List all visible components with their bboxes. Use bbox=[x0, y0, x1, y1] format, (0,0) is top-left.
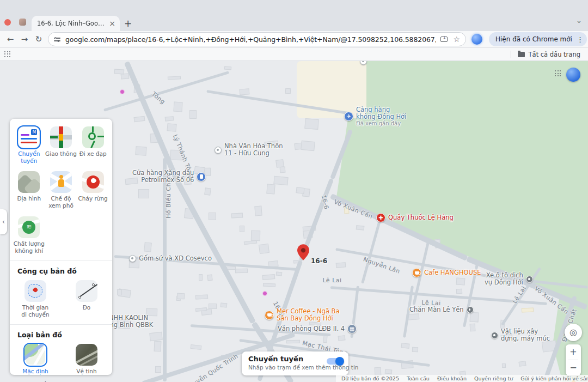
poi-quay-thuoc[interactable]: ✚ Quầy Thuốc Lệ Hằng bbox=[376, 213, 454, 222]
building bbox=[502, 363, 506, 368]
building bbox=[189, 110, 197, 119]
map-poi-label: Cảng hàngkhông Đồng Hới Đã xem gần đây bbox=[356, 106, 406, 127]
building bbox=[259, 244, 270, 254]
all-bookmarks-label[interactable]: Tất cả dấu trang bbox=[529, 51, 580, 58]
install-app-icon[interactable] bbox=[440, 37, 448, 42]
map-layers-panel: M Chuyển tuyến Giao thông Đi xe đạp Địa … bbox=[10, 119, 112, 375]
building bbox=[456, 289, 462, 294]
toggle-knob bbox=[335, 357, 344, 366]
place-marker-pin[interactable] bbox=[297, 244, 309, 263]
attribution-link[interactable]: Toàn cầu bbox=[407, 375, 430, 381]
transit-toggle-card: Chuyển tuyến Nhấp vào trạm để xem thêm t… bbox=[242, 351, 348, 375]
browser-tab[interactable]: 16-6, Lộc Ninh–Google Maps × bbox=[32, 16, 120, 31]
map-poi-label: Văn phòng QLĐB II. 4 bbox=[278, 325, 345, 332]
bicycle-tile-icon bbox=[82, 126, 104, 148]
folder-icon bbox=[518, 52, 525, 57]
map-poi-label: Xe ô tô dịchvụ Đồng Hới bbox=[485, 272, 523, 286]
building bbox=[240, 88, 250, 95]
coffee-icon bbox=[265, 311, 274, 320]
bookmark-star-icon[interactable]: ☆ bbox=[453, 35, 460, 43]
profile-avatar[interactable] bbox=[471, 34, 482, 45]
new-tab-button[interactable]: + bbox=[124, 18, 132, 29]
poi-gom-su[interactable]: Gốm sứ và XD Cosevco bbox=[129, 255, 212, 262]
panel-collapse-handle[interactable]: ‹ bbox=[0, 209, 7, 234]
attribution-link[interactable]: Gửi ý kiến phản hồi về sản phẩm bbox=[520, 375, 588, 381]
chrome-update-chip[interactable]: Hiện đã có Chrome mới ⋮ bbox=[489, 32, 587, 46]
layer-wildfire[interactable]: Cháy rừng bbox=[77, 171, 109, 209]
close-tab-icon[interactable]: × bbox=[109, 20, 115, 27]
building bbox=[273, 176, 288, 185]
site-settings-icon[interactable] bbox=[54, 37, 60, 42]
poi-chan-man[interactable]: Chăn Màn Lê Yến bbox=[409, 306, 474, 313]
browser-profile-icon[interactable] bbox=[19, 19, 26, 26]
maptype-satellite[interactable]: Vệ tinh bbox=[71, 344, 102, 375]
building bbox=[207, 275, 212, 281]
poi-airport[interactable]: ✈ Cảng hàngkhông Đồng Hới Đã xem gần đây bbox=[344, 106, 406, 127]
browser-menu-icon[interactable]: ⋮ bbox=[577, 35, 584, 44]
account-avatar[interactable] bbox=[566, 68, 580, 82]
layer-terrain[interactable]: Địa hình bbox=[13, 171, 45, 209]
layer-transit[interactable]: M Chuyển tuyến bbox=[13, 126, 45, 165]
building bbox=[235, 269, 248, 274]
poi-dot-icon bbox=[491, 332, 498, 339]
back-icon[interactable]: ← bbox=[3, 34, 17, 44]
tool-travel-time[interactable]: Thời gian di chuyển bbox=[20, 280, 51, 318]
map-type-heading: Loại bản đồ bbox=[10, 331, 112, 339]
zoom-out-button[interactable]: − bbox=[566, 360, 581, 375]
google-apps-grid-icon[interactable] bbox=[555, 70, 561, 77]
poi-xe-o-to[interactable]: Xe ô tô dịchvụ Đồng Hới bbox=[485, 272, 533, 286]
poi-nha-van-hoa[interactable]: Nhà Văn Hóa Thôn11 - Hữu Cung bbox=[215, 143, 283, 157]
poi-van-phong[interactable]: ▦ Văn phòng QLĐB II. 4 bbox=[278, 324, 357, 334]
url-text[interactable]: google.com/maps/place/16-6,+Lộc+Ninh,+Đồ… bbox=[65, 35, 436, 44]
apps-grid-icon[interactable] bbox=[4, 51, 11, 58]
building bbox=[224, 66, 231, 70]
building bbox=[155, 366, 161, 373]
building bbox=[254, 206, 262, 216]
attribution-link[interactable]: Quyền riêng tư bbox=[474, 375, 513, 381]
poi-mer-coffee[interactable]: Mer Coffee - Ngã BaSân Bay Đồng Hới bbox=[265, 308, 340, 322]
poi-petrolimex[interactable]: Cửa hàng Xăng dầuPetrolimex Số 06 bbox=[132, 169, 206, 184]
layer-bicycle[interactable]: Đi xe đạp bbox=[77, 126, 109, 165]
map-poi-label: Cafe HANGHOUSE bbox=[424, 269, 481, 276]
poi-dot-icon bbox=[215, 147, 222, 154]
tool-measure[interactable]: Đo bbox=[71, 280, 102, 318]
poi-vat-lieu[interactable]: Vật liệu xâydựng, máy múc bbox=[491, 328, 550, 342]
gas-station-icon bbox=[197, 172, 206, 181]
maptype-default[interactable]: Mặc định bbox=[20, 344, 51, 375]
map-canvas[interactable]: Lý Thánh Tông Tông Hồ Biểu Chánh 16-6 16… bbox=[0, 61, 588, 382]
travel-time-tile-icon bbox=[24, 280, 46, 302]
air-quality-tile-icon: ≋ bbox=[18, 216, 40, 238]
building bbox=[276, 271, 283, 276]
building bbox=[167, 123, 176, 131]
my-location-icon: ◎ bbox=[569, 327, 577, 337]
traffic-tile-icon bbox=[50, 126, 72, 148]
my-location-button[interactable]: ◎ bbox=[565, 324, 582, 341]
chrome-update-label: Hiện đã có Chrome mới bbox=[495, 35, 572, 43]
attribution-link[interactable]: Điều khoản bbox=[437, 375, 467, 381]
marker-label: 16-6 bbox=[311, 257, 327, 265]
building bbox=[304, 118, 318, 130]
building bbox=[191, 344, 202, 350]
building bbox=[144, 242, 152, 252]
building bbox=[149, 332, 162, 341]
measure-tile-icon bbox=[76, 280, 97, 302]
tab-search-chevron-icon[interactable]: ⌄ bbox=[576, 16, 582, 25]
map-poi-label: Chăn Màn Lê Yến bbox=[409, 306, 464, 313]
building bbox=[138, 189, 149, 198]
window-close-button[interactable] bbox=[4, 19, 11, 26]
reload-icon[interactable]: ↻ bbox=[32, 34, 46, 44]
building bbox=[134, 116, 145, 122]
layer-streetview[interactable]: Chế độ xem phố bbox=[45, 171, 77, 209]
building bbox=[204, 187, 211, 195]
layer-air-quality[interactable]: ≋ Chất lượng không khí bbox=[13, 216, 45, 254]
transit-toggle[interactable] bbox=[327, 358, 343, 365]
forward-icon[interactable]: → bbox=[17, 34, 32, 44]
building bbox=[220, 302, 228, 307]
building bbox=[522, 307, 534, 312]
zoom-in-button[interactable]: + bbox=[566, 344, 581, 360]
poi-cafe-hanghouse[interactable]: Cafe HANGHOUSE bbox=[412, 268, 481, 277]
coffee-icon bbox=[412, 268, 421, 277]
building bbox=[301, 141, 315, 151]
address-bar[interactable]: google.com/maps/place/16-6,+Lộc+Ninh,+Đồ… bbox=[48, 32, 466, 46]
layer-traffic[interactable]: Giao thông bbox=[45, 126, 77, 165]
